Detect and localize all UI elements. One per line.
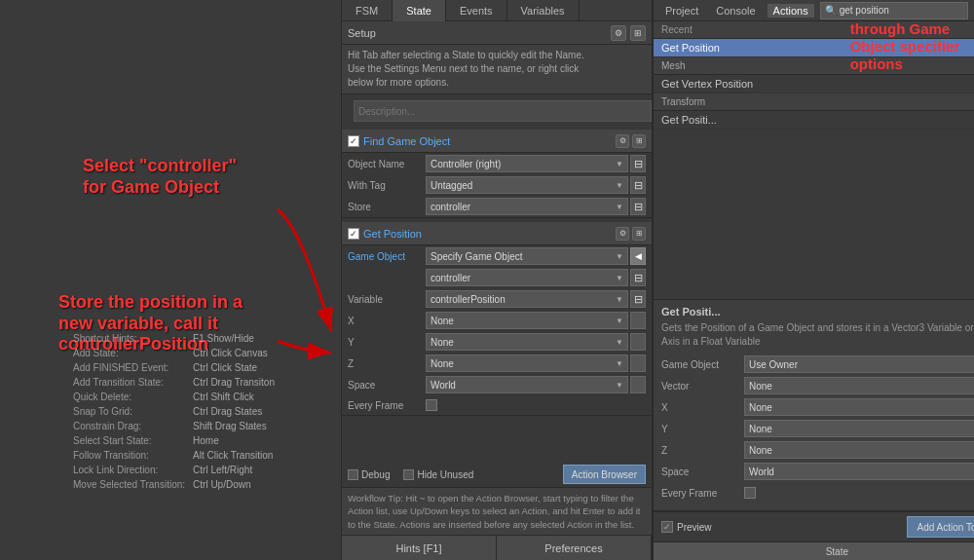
- tab-events[interactable]: Events: [446, 0, 507, 21]
- search-input[interactable]: [840, 5, 963, 16]
- right-tab-console[interactable]: Console: [710, 4, 761, 18]
- y-arrow: ▼: [616, 338, 623, 347]
- variable-control[interactable]: controllerPosition ▼: [426, 290, 628, 308]
- game-object-toggle-btn[interactable]: ◀: [630, 247, 646, 265]
- get-pos-settings[interactable]: ⚙: [616, 227, 629, 241]
- x-row: X None ▼: [342, 310, 652, 331]
- every-frame-checkbox[interactable]: [426, 399, 437, 411]
- hints-table: Shortcut Hints:F1 Show/Hide Add State:Ct…: [73, 331, 282, 492]
- transform-category: Transform: [654, 93, 974, 111]
- tab-fsm[interactable]: FSM: [342, 0, 393, 21]
- left-panel: Select "controller" for Game Object Stor…: [0, 0, 341, 560]
- right-tab-actions[interactable]: Actions: [768, 4, 814, 18]
- detail-z-control[interactable]: None ▼: [744, 441, 974, 459]
- detail-vector-row: Vector None ▼: [661, 376, 974, 395]
- state-badge-container: State: [654, 541, 974, 560]
- y-row: Y None ▼: [342, 331, 652, 353]
- space-label: Space: [348, 380, 426, 391]
- detail-go-control[interactable]: Use Owner ▼: [744, 355, 974, 373]
- setup-title: Setup: [348, 27, 376, 39]
- game-object-arrow: ▼: [616, 252, 623, 261]
- hide-unused-container[interactable]: Hide Unused: [403, 469, 473, 480]
- get-pos-expand[interactable]: ⊞: [632, 227, 646, 241]
- detail-x-control[interactable]: None ▼: [744, 398, 974, 416]
- preview-row: ✓ Preview Add Action To State: [654, 511, 974, 541]
- detail-x-label: X: [661, 402, 744, 413]
- find-go-title: Find Game Object: [363, 135, 616, 147]
- detail-y-control[interactable]: None ▼: [744, 420, 974, 437]
- add-action-btn[interactable]: Add Action To State: [907, 516, 974, 538]
- settings-icon[interactable]: ⚙: [611, 25, 626, 41]
- object-name-label: Object Name: [348, 159, 426, 169]
- store-btn[interactable]: ⊟: [630, 198, 646, 215]
- preferences-btn[interactable]: Preferences: [497, 536, 652, 560]
- object-name-btn[interactable]: ⊟: [630, 155, 646, 172]
- debug-checkbox-container[interactable]: Debug: [348, 469, 390, 480]
- detail-space-control[interactable]: World ▼: [744, 463, 974, 480]
- find-go-expand[interactable]: ⊞: [632, 134, 646, 148]
- preview-label: Preview: [677, 522, 712, 533]
- space-arrow: ▼: [616, 381, 623, 390]
- get-pos-checkbox[interactable]: ✓: [348, 228, 359, 240]
- get-pos-title: Get Position: [363, 228, 616, 240]
- description-input[interactable]: [354, 100, 652, 122]
- hints-btn[interactable]: Hints [F1]: [342, 536, 497, 560]
- controller-arrow: ▼: [616, 274, 623, 282]
- detail-vec-control[interactable]: None ▼: [744, 377, 974, 394]
- object-name-control[interactable]: Controller (right) ▼: [426, 155, 628, 172]
- hide-unused-label: Hide Unused: [417, 469, 473, 480]
- debug-cb[interactable]: [348, 469, 358, 480]
- controller-btn[interactable]: ⊟: [630, 269, 646, 286]
- tab-bar: FSM State Events Variables: [342, 0, 652, 21]
- game-object-label: Game Object: [348, 251, 426, 262]
- detail-go-label: Game Object: [661, 359, 744, 370]
- y-label: Y: [348, 337, 426, 348]
- description-container: [342, 94, 652, 128]
- find-game-object-header[interactable]: ✓ Find Game Object ⚙ ⊞: [342, 130, 652, 153]
- with-tag-label: With Tag: [348, 180, 426, 191]
- get-position-item[interactable]: Get Position 8: [654, 39, 974, 57]
- workflow-tip: Workflow Tip: Hit ~ to open the Action B…: [342, 487, 652, 535]
- debug-label: Debug: [361, 469, 390, 480]
- detail-y-label: Y: [661, 424, 744, 434]
- with-tag-control[interactable]: Untagged ▼: [426, 176, 628, 194]
- detail-z-row: Z None ▼: [661, 440, 974, 460]
- recent-header: Recent: [654, 21, 974, 39]
- x-control[interactable]: None ▼: [426, 312, 628, 329]
- tab-variables[interactable]: Variables: [507, 0, 580, 21]
- detail-every-frame-row: Every Frame: [661, 483, 974, 503]
- find-go-checkbox[interactable]: ✓: [348, 135, 359, 147]
- middle-panel: FSM State Events Variables Setup ⚙ ⊞ Hit…: [341, 0, 653, 560]
- store-arrow: ▼: [616, 203, 623, 211]
- bottom-buttons: Hints [F1] Preferences: [342, 535, 652, 560]
- get-position-item-2[interactable]: Get Positi... 8: [654, 111, 974, 130]
- variable-btn[interactable]: ⊟: [630, 290, 646, 308]
- find-go-settings[interactable]: ⚙: [616, 134, 629, 148]
- with-tag-btn[interactable]: ⊟: [630, 176, 646, 194]
- get-vertex-position-item[interactable]: Get Vertex Position: [654, 75, 974, 93]
- z-control[interactable]: None ▼: [426, 355, 628, 372]
- detail-vec-label: Vector: [661, 381, 744, 392]
- action-browser-btn[interactable]: Action Browser: [563, 465, 646, 484]
- expand-icon[interactable]: ⊞: [630, 25, 646, 41]
- space-control[interactable]: World ▼: [426, 376, 628, 393]
- y-control[interactable]: None ▼: [426, 333, 628, 351]
- preview-checkbox[interactable]: ✓: [661, 521, 673, 533]
- game-object-control[interactable]: Specify Game Object ▼: [426, 247, 628, 265]
- store-control[interactable]: controller ▼: [426, 198, 628, 215]
- find-go-icons: ⚙ ⊞: [616, 134, 646, 148]
- detail-ef-checkbox[interactable]: [744, 487, 756, 499]
- controller-row: controller ▼ ⊟: [342, 267, 652, 288]
- object-name-row: Object Name Controller (right) ▼ ⊟: [342, 153, 652, 174]
- hide-unused-cb[interactable]: [403, 469, 414, 480]
- setup-header: Setup ⚙ ⊞: [342, 21, 652, 45]
- z-label: Z: [348, 358, 426, 369]
- action-list: Recent Get Position 8 Mesh Get Vertex Po…: [654, 21, 974, 299]
- get-position-header[interactable]: ✓ Get Position ⚙ ⊞: [342, 222, 652, 245]
- x-label: X: [348, 316, 426, 326]
- right-tab-project[interactable]: Project: [659, 4, 704, 18]
- search-box: 🔍: [820, 2, 968, 19]
- tab-state[interactable]: State: [393, 0, 446, 21]
- controller-control[interactable]: controller ▼: [426, 269, 628, 286]
- y-btn: [630, 333, 646, 351]
